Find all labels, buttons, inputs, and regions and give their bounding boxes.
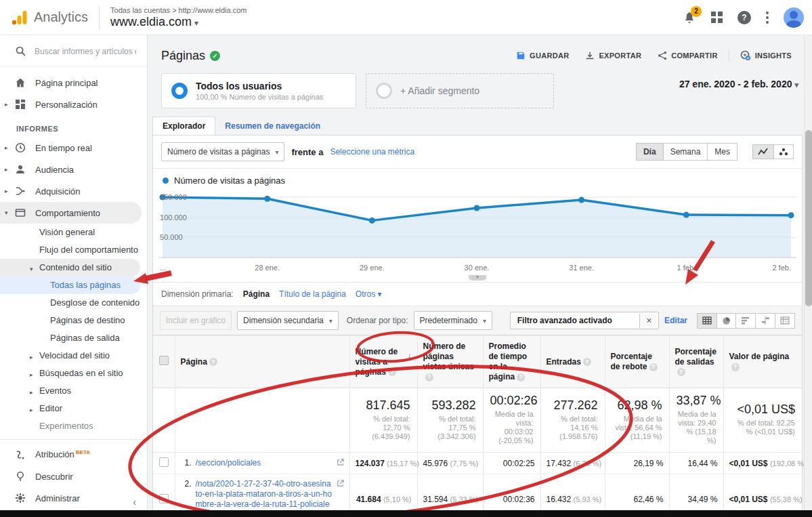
sidebar-item-admin[interactable]: Administrar — [0, 487, 147, 509]
col-header-bounce-rate[interactable]: Porcentaje de rebote? — [605, 336, 669, 388]
plot-rows-button[interactable]: Incluir en gráfico — [160, 311, 232, 330]
col-header-unique-pageviews[interactable]: Número de páginas vistas únicas? — [417, 336, 483, 388]
row-checkbox[interactable] — [159, 457, 169, 467]
metric-dropdown[interactable]: Número de visitas a páginas ▾ — [161, 142, 284, 161]
pivot-view-button[interactable] — [775, 313, 795, 329]
sidebar-item-acquisition[interactable]: ▸ Adquisición — [0, 180, 147, 202]
sidebar-item-behavior[interactable]: ▾ Comportamiento — [0, 202, 142, 224]
tab-navigation-summary[interactable]: Resumen de navegación — [215, 117, 330, 135]
sidebar-item-landing-pages[interactable]: Páginas de destino — [0, 312, 147, 329]
table-view-button[interactable] — [697, 313, 717, 329]
secondary-dimension-dropdown[interactable]: Dimensión secundaria▾ — [237, 311, 339, 330]
sidebar-item-site-content[interactable]: ▾Contenido del sitio — [0, 259, 140, 276]
dimension-page[interactable]: Página — [243, 289, 270, 299]
expand-arrow-icon: ▸ — [5, 188, 8, 194]
divider — [729, 49, 729, 62]
chart-slider-handle[interactable]: ▾ — [469, 275, 486, 281]
select-all-checkbox[interactable] — [159, 356, 169, 365]
segment-subtitle: 100,00 % Número de visitas a páginas — [196, 93, 323, 101]
dimension-others[interactable]: Otros ▾ — [356, 289, 382, 299]
help-icon[interactable]: ? — [731, 363, 740, 371]
google-apps-icon[interactable] — [711, 12, 723, 23]
motion-chart-button[interactable] — [774, 144, 794, 159]
share-icon — [658, 51, 667, 60]
sidebar-item-content-drilldown[interactable]: Desglose de contenido — [0, 294, 147, 312]
col-header-pageviews[interactable]: ↓Número de visitas a páginas? — [349, 336, 417, 388]
select-metric-link[interactable]: Seleccione una métrica — [330, 147, 414, 157]
sidebar-item-exit-pages[interactable]: Páginas de salida — [0, 329, 147, 347]
col-header-page[interactable]: Página? — [175, 336, 349, 388]
sidebar-item-events[interactable]: ▸Eventos — [0, 382, 147, 400]
sidebar-item-behavior-flow[interactable]: Flujo del comportamiento — [0, 241, 147, 259]
help-icon[interactable]: ? — [517, 373, 525, 381]
page-link[interactable]: /seccion/policiales — [196, 458, 333, 468]
help-icon[interactable]: ? — [649, 363, 658, 371]
expand-arrow-icon: ▸ — [5, 144, 8, 151]
sidebar-item-personalization[interactable]: ▸ Personalización — [0, 94, 147, 115]
account-switcher[interactable]: Todas las cuentas > http://www.eldia.com… — [110, 6, 247, 29]
performance-view-button[interactable] — [736, 313, 756, 329]
col-header-exit-rate[interactable]: Porcentaje de salidas? — [669, 336, 723, 388]
help-icon[interactable]: ? — [425, 373, 433, 381]
comparison-icon — [761, 316, 770, 325]
sidebar-item-attribution[interactable]: AtribuciónBETA — [0, 444, 147, 466]
line-chart-button[interactable] — [752, 144, 774, 159]
table-view-icon — [702, 316, 712, 325]
help-icon[interactable]: ? — [677, 368, 685, 376]
property-name[interactable]: www.eldia.com▾ — [110, 15, 247, 29]
sidebar-item-site-search[interactable]: ▸Búsquedas en el sitio — [0, 365, 147, 382]
comparison-view-button[interactable] — [756, 313, 775, 329]
search-icon — [15, 45, 26, 57]
segment-donut-gray-icon — [376, 83, 392, 99]
remove-filter-button[interactable]: ✕ — [639, 314, 658, 328]
col-header-avg-time[interactable]: Promedio de tiempo en la página? — [483, 336, 540, 388]
help-icon[interactable]: ? — [209, 358, 217, 366]
granularity-day[interactable]: Día — [636, 143, 664, 161]
granularity-week[interactable]: Semana — [664, 143, 708, 161]
segment-all-users[interactable]: Todos los usuarios 100,00 % Número de vi… — [161, 73, 356, 108]
help-icon[interactable]: ? — [583, 358, 591, 366]
open-page-icon[interactable] — [337, 459, 344, 466]
sidebar-item-audience[interactable]: ▸ Audiencia — [0, 159, 147, 180]
col-header-page-value[interactable]: Valor de página? — [723, 336, 802, 388]
avatar[interactable] — [784, 7, 804, 28]
date-range-picker[interactable]: 27 ene. 2020 - 2 feb. 2020▾ — [679, 73, 798, 89]
dimension-page-title[interactable]: Título de la página — [279, 289, 346, 299]
sidebar-item-discover[interactable]: Descubrir — [0, 466, 147, 487]
sidebar-item-realtime[interactable]: ▸ En tiempo real — [0, 137, 147, 159]
add-segment-button[interactable]: + Añadir segmento — [366, 73, 554, 108]
export-button[interactable]: EXPORTAR — [578, 47, 648, 64]
open-page-icon[interactable] — [337, 480, 344, 487]
sort-type-dropdown[interactable]: Predeterminado▾ — [414, 311, 492, 330]
share-button[interactable]: COMPARTIR — [651, 47, 725, 64]
page-link[interactable]: /nota/2020-1-27-2-37-40-otro-asesinato-e… — [196, 479, 333, 517]
edit-filter-link[interactable]: Editar — [664, 316, 687, 325]
sidebar-item-site-speed[interactable]: ▸Velocidad del sitio — [0, 347, 147, 365]
sidebar-item-home[interactable]: Página principal — [0, 72, 147, 94]
insights-button[interactable]: INSIGHTS — [733, 46, 798, 65]
sidebar-item-behavior-overview[interactable]: Visión general — [0, 224, 147, 241]
sidebar-collapse-button[interactable]: ‹ — [133, 497, 136, 508]
sidebar-search[interactable] — [0, 35, 147, 66]
save-button[interactable]: GUARDAR — [509, 47, 576, 64]
search-input[interactable] — [35, 47, 136, 56]
more-menu-icon[interactable] — [766, 12, 769, 24]
vertical-scrollbar[interactable] — [804, 35, 812, 510]
sidebar-item-experiments[interactable]: Experimentos — [0, 417, 147, 435]
row-checkbox[interactable] — [159, 494, 169, 503]
percentage-view-button[interactable] — [717, 313, 736, 329]
help-icon[interactable]: ? — [738, 11, 751, 24]
help-icon[interactable]: ? — [388, 368, 396, 376]
granularity-month[interactable]: Mes — [708, 143, 738, 161]
sidebar-item-all-pages[interactable]: Todas las páginas — [0, 276, 140, 294]
notifications-button[interactable]: 2 — [683, 11, 696, 24]
report-tabs: Explorador Resumen de navegación — [152, 117, 803, 135]
sidebar-item-publisher[interactable]: ▸Editor — [0, 400, 147, 417]
tab-explorer[interactable]: Explorador — [152, 117, 215, 135]
person-icon — [15, 164, 26, 175]
analytics-logo-icon[interactable] — [11, 9, 27, 26]
col-header-entrances[interactable]: Entradas? — [540, 336, 605, 388]
timeseries-chart[interactable]: 50.000100.000150.000...28 ene.29 ene.30 … — [153, 187, 802, 281]
total-unique-pageviews: 593.282 — [425, 398, 476, 413]
scrollbar-thumb[interactable] — [805, 130, 812, 306]
